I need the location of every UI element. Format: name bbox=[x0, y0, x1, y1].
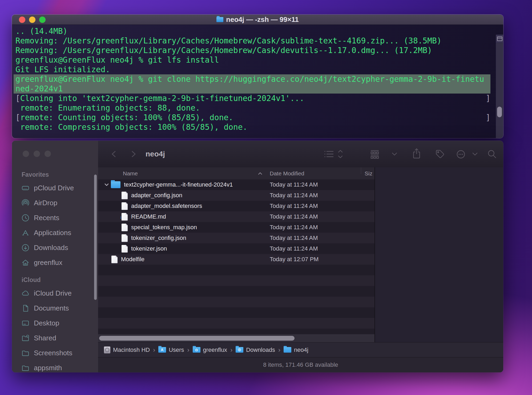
path-item-greenflux[interactable]: greenflux bbox=[193, 346, 227, 353]
downloads-folder-icon bbox=[236, 347, 243, 353]
file-row[interactable]: tokenizer.json Today at 11:24 AM bbox=[98, 243, 374, 254]
minimize-button[interactable] bbox=[34, 151, 40, 157]
file-row[interactable]: Modelfile Today at 12:07 PM bbox=[98, 254, 374, 265]
sidebar-item-applications[interactable]: Applications bbox=[12, 225, 98, 240]
horizontal-scrollbar[interactable] bbox=[98, 334, 374, 342]
file-row[interactable]: text2cypher-gemma...-it-finetuned-2024v1… bbox=[98, 179, 374, 190]
minimize-button[interactable] bbox=[29, 17, 35, 23]
home-folder-icon bbox=[193, 347, 200, 353]
split-pane-button[interactable] bbox=[496, 35, 503, 43]
empty-row bbox=[98, 318, 374, 329]
terminal-titlebar[interactable]: neo4j — -zsh — 99×11 bbox=[12, 15, 503, 25]
terminal-output[interactable]: .. (14.4MB) Removing: /Users/greenflux/L… bbox=[12, 25, 503, 138]
path-label: Downloads bbox=[246, 346, 275, 353]
file-row[interactable]: adapter_config.json Today at 11:24 AM bbox=[98, 190, 374, 201]
close-button[interactable] bbox=[19, 17, 25, 23]
file-date: Today at 11:24 AM bbox=[270, 245, 318, 252]
sidebar-item-downloads[interactable]: Downloads bbox=[12, 240, 98, 255]
file-name: text2cypher-gemma...-it-finetuned-2024v1 bbox=[124, 181, 233, 188]
file-row[interactable]: tokenizer_config.json Today at 11:24 AM bbox=[98, 233, 374, 243]
terminal-line: greenflux@GreenFlux neo4j % git lfs inst… bbox=[14, 55, 490, 65]
column-divider[interactable] bbox=[361, 167, 361, 174]
column-header-name[interactable]: Name bbox=[123, 167, 138, 179]
terminal-line: Removing: /Users/greenflux/Library/Cache… bbox=[14, 46, 490, 55]
sidebar-item-appsmith[interactable]: appsmith bbox=[12, 360, 98, 372]
terminal-scrollbar-thumb[interactable] bbox=[497, 107, 502, 117]
horizontal-scrollbar-thumb[interactable] bbox=[99, 336, 295, 341]
desktop-icon bbox=[21, 319, 30, 328]
terminal-line-text: Removing: /Users/greenflux/Library/Cache… bbox=[15, 36, 441, 46]
empty-row bbox=[98, 265, 374, 275]
sidebar-scrollbar-thumb[interactable] bbox=[94, 175, 97, 300]
sidebar-item-shared[interactable]: Shared bbox=[12, 330, 98, 345]
sort-toggle-icon[interactable] bbox=[337, 148, 344, 160]
document-icon bbox=[122, 234, 128, 242]
terminal-line-text: remote: Enumerating objects: 88, done. bbox=[15, 103, 200, 113]
sidebar-item-icloud-drive[interactable]: iCloud Drive bbox=[12, 286, 98, 301]
sidebar-item-desktop[interactable]: Desktop bbox=[12, 316, 98, 330]
terminal-line-bracket: ] bbox=[486, 113, 490, 122]
sidebar-item-airdrop[interactable]: AirDrop bbox=[12, 195, 98, 210]
terminal-title-text: neo4j — -zsh — 99×11 bbox=[226, 15, 299, 24]
empty-right-pane bbox=[375, 167, 503, 342]
sidebar-item-screenshots[interactable]: Screenshots bbox=[12, 345, 98, 360]
sidebar-section-icloud: iCloud bbox=[22, 276, 98, 284]
sidebar-item-pcloud-drive[interactable]: pCloud Drive bbox=[12, 180, 98, 195]
share-icon[interactable] bbox=[412, 148, 422, 160]
forward-button[interactable] bbox=[129, 149, 138, 159]
tag-icon[interactable] bbox=[434, 149, 445, 159]
sidebar-item-label: greenflux bbox=[34, 259, 62, 267]
hard-drive-icon bbox=[104, 346, 110, 353]
sidebar-item-greenflux-home[interactable]: greenflux bbox=[12, 255, 98, 270]
terminal-traffic-lights bbox=[12, 17, 46, 23]
terminal-scrollbar[interactable] bbox=[496, 35, 503, 138]
back-button[interactable] bbox=[110, 149, 118, 159]
terminal-line-text: greenflux@GreenFlux neo4j % git clone ht… bbox=[15, 74, 484, 84]
empty-row bbox=[98, 329, 374, 334]
chevron-down-icon[interactable] bbox=[391, 152, 398, 157]
file-date: Today at 11:24 AM bbox=[270, 224, 318, 231]
file-row[interactable]: special_tokens_map.json Today at 11:24 A… bbox=[98, 222, 374, 233]
path-item-macintosh-hd[interactable]: Macintosh HD bbox=[104, 346, 150, 353]
chevron-down-icon[interactable] bbox=[472, 152, 478, 157]
file-name: README.md bbox=[131, 213, 166, 220]
close-button[interactable] bbox=[23, 151, 29, 157]
file-name: Modelfile bbox=[121, 256, 144, 263]
sidebar-item-label: Recents bbox=[34, 214, 59, 222]
file-list: text2cypher-gemma...-it-finetuned-2024v1… bbox=[98, 179, 374, 334]
terminal-line-text: greenflux@GreenFlux neo4j % git lfs inst… bbox=[15, 55, 219, 65]
path-item-downloads[interactable]: Downloads bbox=[236, 346, 275, 353]
split-pane-icon bbox=[497, 37, 502, 41]
group-by-icon[interactable] bbox=[369, 149, 380, 159]
folder-icon bbox=[21, 349, 30, 357]
zoom-button[interactable] bbox=[39, 17, 46, 23]
path-separator: › bbox=[153, 346, 155, 354]
column-header-size[interactable]: Siz bbox=[365, 167, 372, 179]
sidebar-item-label: Applications bbox=[34, 229, 71, 237]
path-item-users[interactable]: Users bbox=[158, 346, 184, 353]
file-row[interactable]: README.md Today at 11:24 AM bbox=[98, 211, 374, 222]
sidebar-item-label: Screenshots bbox=[34, 349, 72, 357]
path-item-neo4j[interactable]: neo4j bbox=[284, 346, 308, 353]
terminal-line-text: .. (14.4MB) bbox=[15, 26, 67, 36]
sidebar-item-label: Desktop bbox=[34, 319, 59, 327]
zoom-button[interactable] bbox=[45, 151, 51, 157]
folder-icon bbox=[111, 181, 120, 188]
search-icon[interactable] bbox=[487, 149, 497, 159]
list-view-icon[interactable] bbox=[324, 150, 334, 159]
disclosure-chevron-icon[interactable] bbox=[104, 182, 109, 187]
file-row[interactable]: adapter_model.safetensors Today at 11:24… bbox=[98, 201, 374, 211]
column-header-date-modified[interactable]: Date Modified bbox=[270, 167, 304, 179]
path-separator: › bbox=[187, 346, 190, 354]
sidebar-item-recents[interactable]: Recents bbox=[12, 210, 98, 225]
drive-icon bbox=[21, 184, 30, 192]
desktop-wallpaper: neo4j — -zsh — 99×11 .. (14.4MB) Removin… bbox=[0, 0, 532, 395]
finder-main: neo4j Name Date Modified Siz bbox=[98, 141, 503, 372]
file-date: Today at 11:24 AM bbox=[270, 203, 318, 209]
sidebar-item-documents[interactable]: Documents bbox=[12, 301, 98, 316]
terminal-line: [remote: Counting objects: 100% (85/85),… bbox=[14, 113, 490, 122]
sidebar-item-label: Documents bbox=[34, 304, 69, 312]
document-icon bbox=[122, 224, 128, 231]
terminal-line-text: Cloning into 'text2cypher-gemma-2-9b-it-… bbox=[20, 94, 304, 103]
more-options-icon[interactable] bbox=[455, 150, 466, 159]
